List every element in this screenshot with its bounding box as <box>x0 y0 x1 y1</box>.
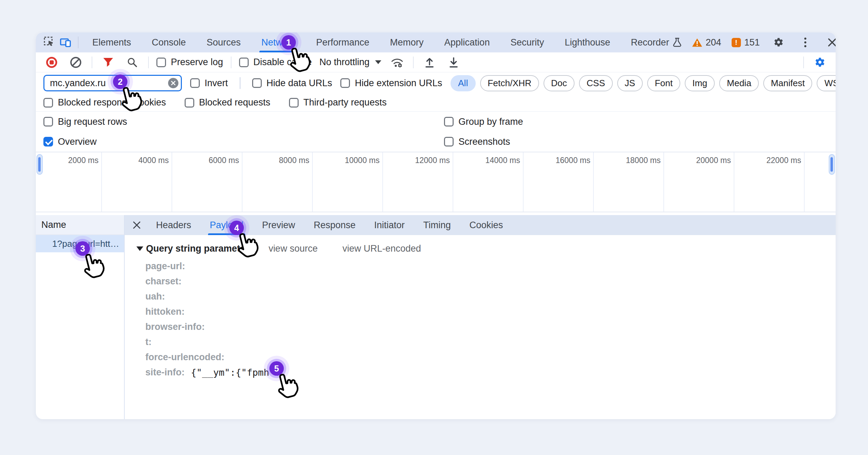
chip-img[interactable]: Img <box>685 75 715 91</box>
details-tab-preview[interactable]: Preview <box>253 215 304 235</box>
details-tab-initiator[interactable]: Initiator <box>365 215 414 235</box>
checkbox-box <box>185 98 194 108</box>
chip-css[interactable]: CSS <box>579 75 612 91</box>
more-options-button[interactable] <box>797 34 814 51</box>
tab-elements[interactable]: Elements <box>82 32 142 52</box>
screenshots-checkbox[interactable]: Screenshots <box>444 136 510 147</box>
overview-label: Overview <box>58 136 97 147</box>
chip-doc[interactable]: Doc <box>544 75 575 91</box>
chip-font[interactable]: Font <box>647 75 680 91</box>
divider <box>231 57 231 68</box>
timeline-left-handle[interactable] <box>37 154 43 175</box>
view-source-link[interactable]: view source <box>269 243 318 254</box>
network-overview-timeline[interactable]: 2000 ms 4000 ms 6000 ms 8000 ms 10000 ms… <box>36 152 836 212</box>
timeline-tick: 10000 ms <box>313 152 383 212</box>
group-by-frame-checkbox[interactable]: Group by frame <box>444 117 523 127</box>
payload-param-row: t: <box>145 334 836 350</box>
hide-extension-urls-label: Hide extension URLs <box>355 78 442 89</box>
clear-network-log-button[interactable] <box>68 54 84 71</box>
details-tab-cookies[interactable]: Cookies <box>460 215 513 235</box>
chip-fetch-xhr[interactable]: Fetch/XHR <box>480 75 539 91</box>
experiment-flask-icon <box>673 38 682 47</box>
timeline-tick: 4000 ms <box>102 152 172 212</box>
param-key: hittoken: <box>145 306 185 317</box>
checkbox-box <box>190 78 200 88</box>
upload-icon <box>424 57 435 68</box>
filter-input[interactable] <box>43 75 182 91</box>
timeline-right-handle[interactable] <box>829 154 835 175</box>
hide-data-urls-label: Hide data URLs <box>267 78 332 89</box>
search-network-button[interactable] <box>124 54 141 71</box>
blocked-response-cookies-checkbox[interactable]: Blocked response cookies <box>43 97 166 108</box>
timeline-tick: 20000 ms <box>664 152 734 212</box>
requests-and-details: Name 1?page-url=htt… Headers Payload Pre… <box>36 215 836 419</box>
details-tab-response[interactable]: Response <box>304 215 365 235</box>
inspect-element-button[interactable] <box>41 34 58 51</box>
blocked-response-cookies-label: Blocked response cookies <box>58 97 166 108</box>
tab-memory[interactable]: Memory <box>380 32 434 52</box>
tab-sources[interactable]: Sources <box>196 32 251 52</box>
hide-extension-urls-checkbox[interactable]: Hide extension URLs <box>340 78 442 89</box>
hide-data-urls-checkbox[interactable]: Hide data URLs <box>252 78 332 89</box>
view-url-encoded-link[interactable]: view URL-encoded <box>342 243 421 254</box>
timeline-tick: 12000 ms <box>383 152 453 212</box>
collapse-caret-icon[interactable] <box>136 246 143 251</box>
record-network-log-button[interactable] <box>43 54 60 71</box>
invert-label: Invert <box>205 78 228 89</box>
settings-button[interactable] <box>770 34 787 51</box>
network-filter-row: Invert Hide data URLs Hide extension URL… <box>36 72 836 94</box>
toggle-device-toolbar-button[interactable] <box>58 34 74 51</box>
tab-console[interactable]: Console <box>142 32 196 52</box>
big-request-rows-checkbox[interactable]: Big request rows <box>43 117 127 127</box>
invert-checkbox[interactable]: Invert <box>190 78 228 89</box>
preserve-log-checkbox[interactable]: Preserve log <box>156 57 223 68</box>
chip-all[interactable]: All <box>451 75 476 91</box>
chip-manifest[interactable]: Manifest <box>763 75 812 91</box>
close-icon <box>827 38 836 47</box>
chip-ws[interactable]: WS <box>817 75 836 91</box>
inspect-cursor-icon <box>43 36 56 49</box>
checkbox-box <box>444 137 454 146</box>
name-header-label: Name <box>41 220 66 230</box>
kebab-menu-icon <box>804 38 806 47</box>
name-column-header[interactable]: Name <box>36 215 124 235</box>
clear-filter-button[interactable] <box>168 78 178 88</box>
filter-toggle-button[interactable] <box>100 54 116 71</box>
third-party-requests-checkbox[interactable]: Third-party requests <box>289 97 387 108</box>
network-toolbar: Preserve log Disable cache No throttling <box>36 52 836 72</box>
payload-param-row: charset: <box>145 274 836 289</box>
chip-media[interactable]: Media <box>719 75 759 91</box>
details-tab-headers[interactable]: Headers <box>147 215 200 235</box>
chip-js[interactable]: JS <box>617 75 643 91</box>
checkbox-box <box>239 58 249 67</box>
tab-recorder[interactable]: Recorder <box>621 32 692 52</box>
warning-triangle-icon <box>692 38 702 47</box>
timeline-tick: 6000 ms <box>172 152 242 212</box>
warnings-counter[interactable]: 204 <box>692 37 721 48</box>
details-tab-timing[interactable]: Timing <box>414 215 460 235</box>
issues-icon: ! <box>732 38 741 47</box>
close-devtools-button[interactable] <box>824 34 836 51</box>
network-settings-button[interactable] <box>812 54 828 71</box>
tab-security[interactable]: Security <box>500 32 555 52</box>
payload-param-row: browser-info: <box>145 319 836 334</box>
throttling-dropdown[interactable]: No throttling <box>319 57 381 68</box>
overview-checkbox[interactable]: Overview <box>43 136 97 147</box>
tab-lighthouse[interactable]: Lighthouse <box>554 32 620 52</box>
close-icon <box>133 221 141 229</box>
export-har-button[interactable] <box>445 54 462 71</box>
blocked-requests-checkbox[interactable]: Blocked requests <box>185 97 270 108</box>
import-har-button[interactable] <box>421 54 438 71</box>
devtools-tabbar: Elements Console Sources Network Perform… <box>36 32 836 52</box>
chevron-down-icon <box>375 60 381 64</box>
param-value: {"__ym":{"fpmh": <box>191 367 280 378</box>
tab-application[interactable]: Application <box>434 32 500 52</box>
network-conditions-button[interactable] <box>389 54 405 71</box>
checkbox-box <box>289 98 299 108</box>
param-key: uah: <box>145 291 165 302</box>
close-details-button[interactable] <box>127 221 147 229</box>
tab-performance[interactable]: Performance <box>306 32 380 52</box>
record-icon <box>46 57 57 68</box>
divider <box>92 57 92 68</box>
issues-counter[interactable]: ! 151 <box>732 37 760 48</box>
